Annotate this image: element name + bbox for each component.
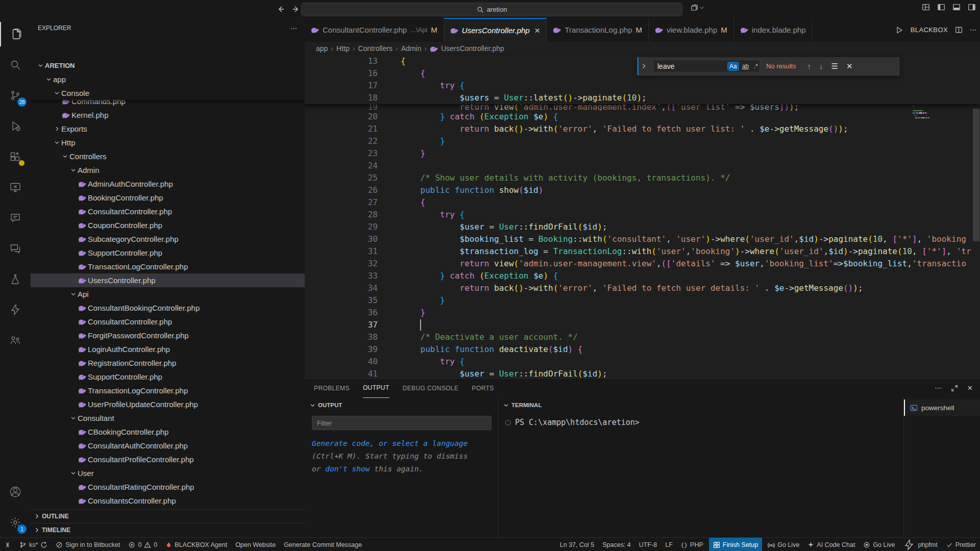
status-item-ks-[interactable]: ks*: [15, 538, 52, 551]
split-editor-icon[interactable]: [955, 26, 963, 34]
breadcrumb-item[interactable]: Controllers: [358, 44, 393, 53]
find-in-selection-icon[interactable]: ☰: [831, 62, 838, 71]
hint-segment[interactable]: don't show: [325, 465, 370, 473]
output-filter-input[interactable]: Filter: [312, 416, 492, 430]
close-find-icon[interactable]: ✕: [846, 62, 853, 71]
tree-file-userprofileupdatecontroller-php[interactable]: UserProfileUpdateController.php: [31, 397, 305, 411]
status-item-blackbox-agent[interactable]: BLACKBOX Agent: [161, 538, 231, 551]
tree-folder-http[interactable]: Http: [31, 136, 305, 149]
tree-file-consultantcontroller-php[interactable]: ConsultantController.phpM: [31, 315, 305, 329]
panel-close-icon[interactable]: ✕: [967, 384, 973, 392]
tree-file-registrationcontroller-php[interactable]: RegistrationController.php: [31, 356, 305, 370]
status-item-utf-8[interactable]: UTF-8: [635, 538, 661, 551]
ai-chat-icon[interactable]: [0, 206, 31, 230]
toggle-secondary-sidebar-icon[interactable]: [968, 3, 976, 11]
whole-word-toggle[interactable]: ab: [741, 62, 750, 70]
tree-file-transactionlogcontroller-php[interactable]: TransactionLogController.php: [31, 384, 305, 397]
tree-file-subcategorycontroller-php[interactable]: SubcategoryController.php: [31, 232, 305, 246]
source-control-icon[interactable]: 28: [0, 83, 31, 108]
regex-toggle[interactable]: .*: [752, 62, 760, 70]
tree-folder-user[interactable]: User: [31, 466, 305, 480]
output-section-header[interactable]: OUTPUT: [305, 397, 498, 413]
breadcrumb-item[interactable]: Admin: [401, 44, 422, 53]
previous-match-icon[interactable]: ↑: [807, 62, 812, 70]
panel-maximize-icon[interactable]: [951, 385, 958, 392]
editor-tab-index-blade-php[interactable]: index.blade.php: [734, 18, 813, 42]
tree-file-consultantratingcontroller-php[interactable]: ConsultantRatingController.php: [31, 480, 305, 494]
code-editor[interactable]: 13{16 {17 try {18 $users = User::latest(…: [305, 55, 980, 378]
breadcrumb[interactable]: app›Http›Controllers›Admin›UsersControll…: [305, 42, 980, 55]
terminal-section-header[interactable]: TERMINAL: [498, 397, 904, 413]
remote-monitor-icon[interactable]: [0, 175, 31, 199]
breadcrumb-item[interactable]: UsersController.php: [441, 44, 504, 53]
testing-icon[interactable]: [0, 267, 31, 291]
tree-folder-aretion[interactable]: ARETION: [31, 59, 305, 72]
more-actions-icon[interactable]: ⋯: [290, 24, 298, 32]
status-item-ln-37-col-5[interactable]: Ln 37, Col 5: [556, 538, 598, 551]
status-item-prettier[interactable]: Prettier: [942, 538, 980, 551]
editor-tab-transactionlog-php[interactable]: TransactionLog.phpM: [547, 18, 649, 42]
editor-more-icon[interactable]: ⋯: [970, 26, 977, 34]
terminal-tab-powershell[interactable]: powershell: [904, 399, 980, 416]
run-icon[interactable]: [895, 26, 903, 34]
status-item-go-live[interactable]: Go Live: [859, 538, 899, 551]
tree-folder-consultant[interactable]: Consultant: [31, 411, 305, 425]
status-item-ai-code-chat[interactable]: AI Code Chat: [803, 538, 859, 551]
status-item-spaces-4[interactable]: Spaces: 4: [598, 538, 635, 551]
run-and-debug-icon[interactable]: [0, 114, 31, 138]
tree-file-consultantcontroller-php[interactable]: ConsultantController.phpM: [31, 205, 305, 218]
editor-tab-consultantcontroller-php[interactable]: ConsultantController.php...\ApiM: [305, 18, 444, 42]
zap-icon[interactable]: [0, 297, 31, 322]
settings-icon[interactable]: 1: [0, 510, 31, 535]
tree-file-forgitpasswordcontroller-php[interactable]: ForgitPasswordController.php: [31, 329, 305, 342]
accounts-icon[interactable]: [0, 480, 31, 504]
toggle-panel-icon[interactable]: [952, 3, 961, 11]
tree-file-userscontroller-php[interactable]: UsersController.php: [31, 273, 305, 287]
explorer-icon[interactable]: [0, 22, 32, 46]
status-item-sign-in-to-bitbucket[interactable]: Sign in to Bitbucket: [52, 538, 124, 551]
status-item-php[interactable]: {}PHP: [677, 538, 707, 551]
panel-more-icon[interactable]: ⋯: [935, 384, 942, 392]
next-match-icon[interactable]: ↓: [819, 62, 823, 70]
status-item-open-website[interactable]: Open Website: [231, 538, 280, 551]
close-tab-icon[interactable]: ✕: [534, 27, 541, 35]
tree-file-consultantbookingcontroller-php[interactable]: ConsultantBookingController.phpM: [31, 301, 305, 315]
tree-file-consultantscontroller-php[interactable]: ConsultantsController.phpM: [31, 494, 305, 508]
forward-arrow-icon[interactable]: [290, 3, 302, 15]
status-item-generate-commit-message[interactable]: Generate Commit Message: [280, 538, 366, 551]
breadcrumb-item[interactable]: app: [316, 44, 328, 53]
tree-file-bookingcontroller-php[interactable]: BookingController.php: [31, 191, 305, 205]
tree-folder-exports[interactable]: Exports: [31, 122, 305, 136]
status-item-go-live[interactable]: Go Live: [764, 538, 803, 551]
customize-layout-icon[interactable]: [922, 3, 930, 11]
extensions-icon[interactable]: [0, 144, 31, 169]
tree-file-transactionlogcontroller-php[interactable]: TransactionLogController.php: [31, 260, 305, 273]
organization-icon[interactable]: [0, 328, 31, 353]
tree-file-couponcontroller-php[interactable]: CouponController.php: [31, 218, 305, 232]
tree-file-consultantauthcontroller-php[interactable]: ConsultantAuthController.php: [31, 439, 305, 453]
command-center-search[interactable]: aretion: [301, 3, 682, 16]
find-input[interactable]: leave Aa ab .*: [653, 60, 760, 72]
editor-tab-view-blade-php[interactable]: view.blade.phpM: [649, 18, 734, 42]
terminal-prompt-line[interactable]: PS C:\xampp\htdocs\aretion>: [505, 418, 640, 427]
status-item-0[interactable]: 00: [124, 538, 161, 551]
layout-control-button[interactable]: [690, 4, 704, 12]
tree-file-kernel-php[interactable]: Kernel.php: [31, 108, 305, 122]
panel-tab-debug-console[interactable]: DEBUG CONSOLE: [403, 379, 459, 397]
status-item-remote[interactable]: [0, 538, 15, 551]
blackbox-button[interactable]: BLACKBOX: [911, 26, 948, 34]
tree-folder-console[interactable]: Console: [31, 86, 305, 100]
tree-folder-api[interactable]: Api: [31, 287, 305, 301]
panel-tab-ports[interactable]: PORTS: [472, 379, 494, 397]
toggle-replace-icon[interactable]: [638, 57, 649, 75]
timeline-section[interactable]: TIMELINE: [31, 523, 305, 537]
status-item-lf[interactable]: LF: [661, 538, 677, 551]
status-item-phpfmt[interactable]: phpfmt: [899, 538, 941, 551]
vertical-scrollbar[interactable]: [973, 109, 979, 241]
tree-file-supportcontroller-php[interactable]: SupportController.php: [31, 370, 305, 384]
breadcrumb-item[interactable]: Http: [336, 44, 350, 53]
search-icon[interactable]: [0, 53, 31, 77]
tree-folder-controllers[interactable]: Controllers: [31, 149, 305, 163]
panel-tab-output[interactable]: OUTPUT: [363, 379, 389, 398]
match-case-toggle[interactable]: Aa: [728, 62, 739, 70]
